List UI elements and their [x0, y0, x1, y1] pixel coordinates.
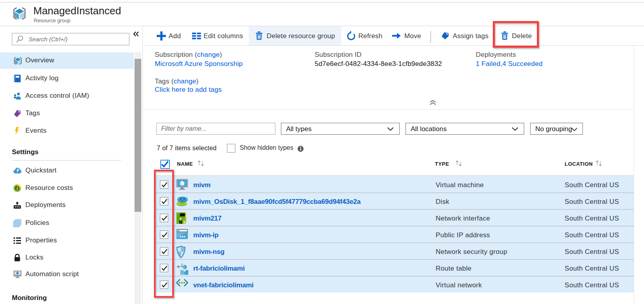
svg-text:$: $ [16, 186, 18, 190]
